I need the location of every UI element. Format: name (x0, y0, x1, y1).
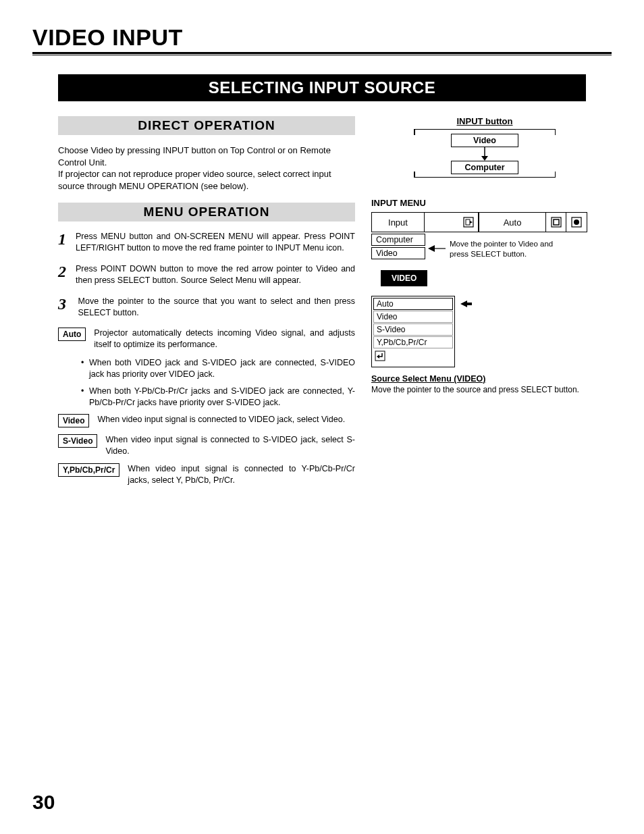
svg-marker-1 (481, 156, 488, 161)
label-s-video: S-Video (58, 434, 97, 448)
heading-menu-operation: MENU OPERATION (58, 203, 355, 221)
step-text-1: Press MENU button and ON-SCREEN MENU wil… (76, 231, 355, 254)
bullet-auto-1: When both VIDEO jack and S-VIDEO jack ar… (81, 357, 355, 380)
label-video: Video (58, 414, 89, 427)
osd-auto-label: Auto (479, 213, 546, 232)
svg-rect-5 (552, 217, 561, 227)
svg-rect-14 (466, 303, 472, 305)
osd-source-select-list: Auto Video S-Video Y,Pb/Cb,Pr/Cr (371, 296, 455, 367)
osd-list-auto: Auto (373, 298, 453, 310)
label-auto: Auto (58, 328, 86, 341)
diagram-box-computer: Computer (451, 161, 518, 174)
svg-point-8 (574, 219, 579, 225)
video-tag: VIDEO (381, 270, 427, 286)
step-text-3: Move the pointer to the source that you … (78, 296, 355, 319)
page-number: 30 (32, 791, 55, 814)
return-icon (373, 349, 453, 365)
osd-menu-bar: Input Auto (371, 212, 587, 232)
svg-marker-4 (470, 221, 473, 224)
step-number-3: 3 (58, 296, 69, 312)
rule-thick (32, 52, 612, 54)
heading-direct-operation: DIRECT OPERATION (58, 116, 355, 135)
input-button-title: INPUT button (414, 116, 556, 126)
osd-item-computer: Computer (371, 234, 425, 246)
input-menu-title: INPUT MENU (371, 198, 587, 208)
svg-rect-6 (554, 219, 559, 225)
desc-auto: Projector automatically detects incoming… (94, 328, 355, 350)
osd-list-video: Video (373, 311, 453, 323)
svg-rect-3 (466, 219, 470, 225)
osd-input-label: Input (372, 213, 425, 232)
section-banner: SELECTING INPUT SOURCE (58, 74, 586, 101)
svg-marker-10 (428, 245, 435, 252)
osd-list-ypbcbprcr: Y,Pb/Cb,Pr/Cr (373, 336, 453, 348)
osd-item-video: Video (371, 247, 425, 259)
svg-marker-12 (377, 355, 379, 359)
desc-video: When video input signal is connected to … (97, 414, 355, 425)
arrow-left-icon (460, 298, 473, 311)
settings-icon (566, 213, 587, 232)
input-menu-icon (458, 213, 479, 232)
svg-rect-11 (375, 351, 385, 361)
step-text-2: Press POINT DOWN button to move the red … (76, 263, 355, 286)
label-ypbcbprcr: Y,Pb/Cb,Pr/Cr (58, 463, 119, 477)
desc-ypbcbprcr: When video input signal is connected to … (128, 463, 355, 486)
direct-operation-text: Choose Video by pressing INPUT button on… (58, 145, 355, 192)
arrow-left-icon (428, 243, 446, 255)
annotation-text: Move the pointer to Video and press SELE… (450, 239, 558, 259)
desc-s-video: When video input signal is connected to … (105, 434, 355, 457)
rule-thin (32, 55, 612, 55)
bullet-auto-2: When both Y-Pb/Cb-Pr/Cr jacks and S-VIDE… (81, 386, 355, 409)
step-number-2: 2 (58, 263, 66, 280)
svg-marker-13 (460, 301, 467, 307)
display-icon (546, 213, 566, 232)
arrow-down-icon (414, 147, 556, 161)
source-select-caption-text: Move the pointer to the source and press… (371, 385, 587, 396)
step-number-1: 1 (58, 231, 66, 247)
osd-list-svideo: S-Video (373, 323, 453, 336)
page-title: VIDEO INPUT (32, 24, 612, 51)
diagram-box-video: Video (451, 134, 518, 147)
source-select-caption-title: Source Select Menu (VIDEO) (371, 374, 587, 384)
